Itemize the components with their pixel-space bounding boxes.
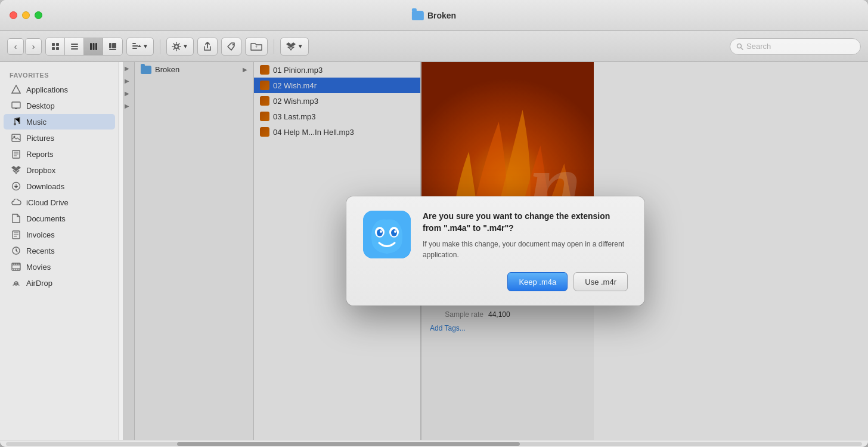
svg-rect-14 [132,45,138,47]
window-title-area: Broken [412,11,456,20]
keep-extension-button[interactable]: Keep .m4a [507,272,568,291]
dialog-message: If you make this change, your document m… [423,239,628,260]
documents-icon [11,213,21,224]
sidebar-item-invoices[interactable]: Invoices [4,227,115,242]
svg-rect-3 [56,47,59,50]
finder-window: Broken ‹ › [0,0,868,447]
dialog-text: Are you sure you want to change the exte… [423,211,628,260]
svg-point-30 [14,123,16,125]
gear-icon [172,42,181,51]
file-browser: ▶ ▶ ▶ ▶ Broken ▶ 01 Pinion.mp [123,62,868,440]
dropbox-button[interactable]: ▼ [280,38,309,56]
list-icon [70,42,79,51]
svg-rect-7 [90,43,92,50]
svg-rect-8 [92,43,94,50]
downloads-icon [11,181,21,192]
sidebar-item-airdrop[interactable]: AirDrop [4,275,115,291]
music-icon [11,116,21,127]
back-button[interactable]: ‹ [7,38,24,55]
view-icon-button[interactable] [46,38,65,55]
share-button[interactable] [197,38,218,56]
sidebar-item-applications[interactable]: Applications [4,82,115,97]
search-placeholder: Search [746,42,771,51]
dialog-title: Are you sure you want to change the exte… [423,211,628,234]
sidebar-item-reports[interactable]: Reports [4,146,115,162]
svg-point-54 [394,230,396,233]
sidebar-item-pictures[interactable]: Pictures [4,130,115,146]
action-arrow: ▼ [182,43,188,50]
svg-rect-0 [52,43,55,46]
groupby-arrow: ▼ [142,43,148,50]
sidebar: Favorites Applications Desktop Music [0,62,119,440]
svg-rect-11 [112,43,116,48]
invoices-icon [11,229,21,240]
sidebar-label-documents: Documents [26,214,66,223]
forward-button[interactable]: › [25,38,42,55]
movies-icon [11,261,21,272]
gallery-icon [108,42,117,51]
search-box[interactable]: Search [730,38,861,55]
share-icon [203,42,212,51]
use-extension-button[interactable]: Use .m4r [574,272,628,291]
svg-rect-9 [95,43,97,50]
sidebar-item-downloads[interactable]: Downloads [4,178,115,194]
svg-rect-12 [109,49,116,50]
view-list-button[interactable] [65,38,84,55]
dropbox-sidebar-icon [11,165,21,175]
toolbar: ‹ › [0,31,868,62]
sidebar-label-invoices: Invoices [26,230,55,239]
action-button[interactable]: ▼ [166,38,194,56]
svg-point-18 [232,44,234,45]
sidebar-label-desktop: Desktop [26,101,55,110]
sidebar-item-movies[interactable]: Movies [4,259,115,275]
svg-point-17 [175,45,178,48]
sidebar-item-icloud[interactable]: iCloud Drive [4,195,115,210]
group-by-button[interactable]: ▼ [126,38,154,56]
svg-line-27 [741,48,743,50]
maximize-button[interactable] [35,11,42,19]
close-button[interactable] [10,11,17,19]
sidebar-item-recents[interactable]: Recents [4,243,115,258]
sidebar-item-dropbox[interactable]: Dropbox [4,162,115,178]
svg-rect-5 [71,46,78,47]
svg-point-53 [391,229,397,236]
tag-button[interactable] [221,38,241,56]
sidebar-item-music[interactable]: Music [4,114,115,130]
titlebar: Broken [0,0,868,31]
sidebar-section-favorites: Favorites [0,68,119,81]
scrollbar-thumb[interactable] [177,442,519,446]
svg-text:+: + [255,45,258,49]
scrollbar-track[interactable] [6,442,862,446]
separator-2 [274,39,274,54]
svg-point-51 [380,230,382,233]
svg-rect-6 [71,48,78,50]
sidebar-item-desktop[interactable]: Desktop [4,98,115,113]
dialog-content: Are you sure you want to change the exte… [363,211,628,260]
new-folder-button[interactable]: + [245,38,268,56]
applications-icon [11,84,21,95]
pictures-icon [11,132,21,143]
sidebar-label-pictures: Pictures [26,134,54,143]
svg-rect-2 [52,47,55,50]
grid-icon [51,42,60,51]
airdrop-icon [11,278,21,288]
dialog-overlay: Are you sure you want to change the exte… [123,62,868,440]
sidebar-label-reports: Reports [26,150,54,159]
main-area: Favorites Applications Desktop Music [0,62,868,440]
view-gallery-button[interactable] [103,38,122,55]
newfolder-icon: + [250,42,262,51]
sidebar-item-documents[interactable]: Documents [4,211,115,226]
tag-icon [227,42,236,51]
dropbox-arrow: ▼ [297,43,303,50]
svg-rect-13 [132,43,136,44]
desktop-icon [11,100,21,111]
svg-rect-1 [56,43,59,46]
recents-icon [11,245,21,256]
view-column-button[interactable] [84,38,103,55]
svg-marker-40 [15,172,17,174]
reports-icon [11,149,21,159]
traffic-lights [10,11,42,19]
minimize-button[interactable] [22,11,30,19]
svg-rect-10 [109,43,111,48]
sidebar-label-movies: Movies [26,263,51,272]
